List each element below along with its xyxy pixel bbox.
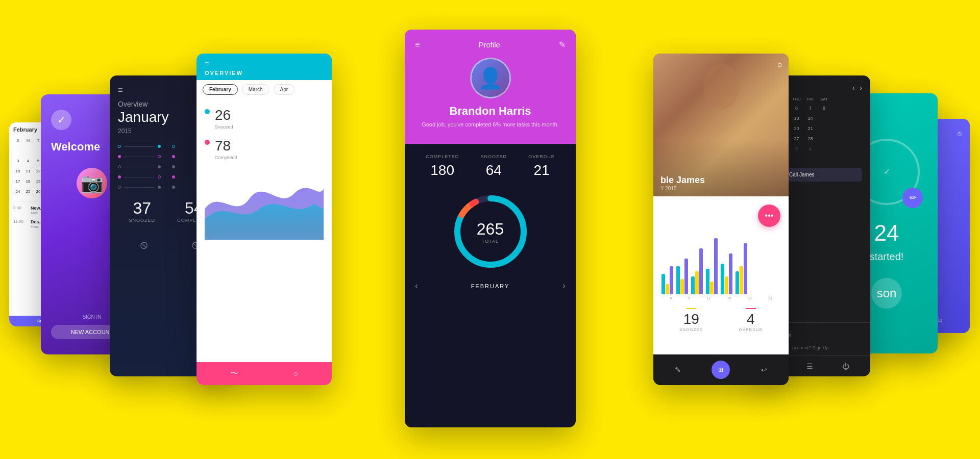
logout-icon[interactable]: ⎋ — [958, 129, 962, 137]
screen-overview-tabs: ≡ OVERVIEW February March Apr 26 Snoozed — [197, 54, 332, 385]
snoozed-number: 37 — [129, 199, 156, 218]
profile-name: Brandon Harris — [415, 105, 566, 118]
screen4-title: OVERVIEW — [205, 70, 324, 76]
profile-edit-icon[interactable]: ✎ — [559, 40, 566, 49]
screen4-completed-label: Completed — [215, 155, 237, 160]
screen6-snoozed-num: 19 — [679, 311, 703, 327]
completed-stat-num: 180 — [426, 162, 459, 178]
next-month-arrow[interactable]: › — [860, 84, 862, 92]
screen6-nav-edit[interactable]: ✎ — [675, 366, 681, 374]
next-month-button[interactable]: › — [562, 280, 566, 291]
total-circle: 265 TOTAL — [450, 191, 531, 272]
screen8-number: 24 — [874, 220, 899, 246]
snoozed-label: SNOOZED — [129, 218, 156, 223]
screen6-overdue-label: OVERDUE — [739, 327, 763, 332]
screen4-snoozed-num: 26 — [215, 107, 233, 123]
snoozed-stat-label: SNOOZED — [480, 154, 507, 159]
current-month: FEBRUARY — [471, 283, 510, 289]
screen4-hamburger[interactable]: ≡ — [205, 60, 324, 68]
tab-february[interactable]: February — [203, 84, 238, 95]
overdue-stat-label: OVERDUE — [528, 154, 555, 159]
screens-container: February S M T W T F S 1 2 3 4 5 6 7 — [0, 0, 980, 459]
overdue-stat-num: 21 — [528, 162, 555, 178]
screen4-footer-clock[interactable]: ○ — [293, 369, 298, 378]
total-number: 265 — [477, 220, 504, 239]
tab-april[interactable]: Apr — [274, 84, 295, 95]
profile-avatar: 👤 — [470, 58, 511, 98]
nav-power-icon[interactable]: ⏻ — [842, 362, 849, 370]
person-date: Y 2015 — [660, 186, 705, 191]
event-title: Call James — [789, 172, 857, 177]
screen4-completed-num: 78 — [215, 138, 237, 154]
screen6-snoozed-label: SNOOZED — [679, 327, 703, 332]
total-label: TOTAL — [477, 239, 504, 244]
screen4-snoozed-label: Snoozed — [215, 124, 233, 130]
screen6-nav-active[interactable]: ⊞ — [712, 361, 730, 379]
screen8-label: son — [877, 286, 897, 300]
profile-photo: ⌕ ble James Y 2015 — [653, 54, 789, 196]
fab-button[interactable]: ••• — [758, 205, 780, 227]
tab-march[interactable]: March — [242, 84, 270, 95]
profile-menu-icon[interactable]: ≡ — [415, 40, 420, 49]
screen3-icon1[interactable]: ⦸ — [140, 238, 148, 251]
screen6-nav-back[interactable]: ↩ — [761, 366, 767, 374]
person-name: ble James — [660, 175, 705, 186]
profile-title: Profile — [478, 40, 500, 49]
screen-photo-profile: ⌕ ble James Y 2015 ••• — [653, 54, 789, 385]
check-icon: ✓ — [51, 110, 71, 130]
prev-month-button[interactable]: ‹ — [415, 280, 418, 291]
snoozed-stat-num: 64 — [480, 162, 507, 178]
screen-profile-main: ≡ Profile ✎ 👤 Brandon Harris Good job, y… — [405, 30, 576, 427]
prev-month-arrow[interactable]: ‹ — [852, 84, 855, 92]
search-icon[interactable]: ⌕ — [777, 60, 782, 69]
screen4-footer-wave[interactable]: 〜 — [230, 368, 238, 379]
nav-list-icon[interactable]: ☰ — [806, 362, 813, 370]
screen8-started: started! — [870, 251, 904, 263]
avatar: 📷 — [77, 168, 107, 198]
profile-subtitle: Good job, you've completed 6% more tasks… — [415, 121, 566, 129]
screen6-overdue-num: 4 — [739, 311, 763, 327]
completed-stat-label: COMPLETED — [426, 154, 459, 159]
